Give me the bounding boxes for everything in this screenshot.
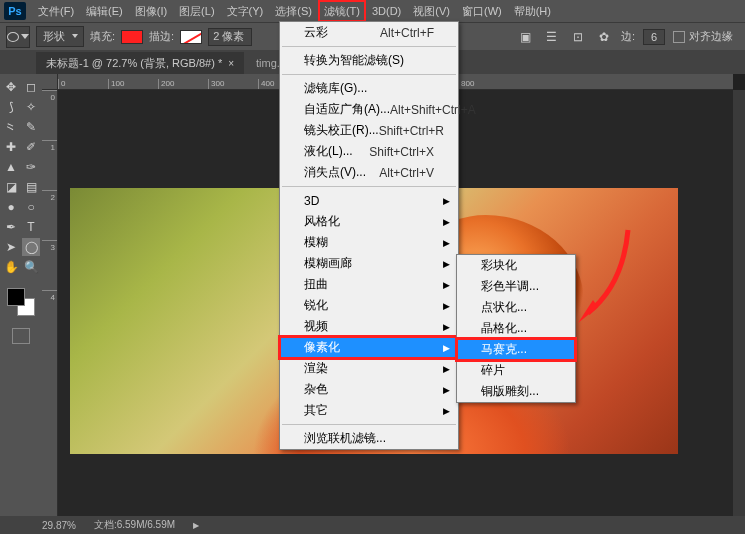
marquee-tool[interactable]: ◻	[22, 78, 40, 96]
ruler-vertical: 01234	[42, 90, 58, 516]
menu-file[interactable]: 文件(F)	[32, 0, 80, 22]
move-tool[interactable]: ✥	[2, 78, 20, 96]
menu-help[interactable]: 帮助(H)	[508, 0, 557, 22]
stroke-label: 描边:	[149, 29, 174, 44]
submenu-mezzotint[interactable]: 铜版雕刻...	[457, 381, 575, 402]
toolbox: ✥◻ ⟆✧ ⺀✎ ✚✐ ▲✑ ◪▤ ●○ ✒T ➤◯ ✋🔍	[0, 74, 42, 516]
heal-tool[interactable]: ✚	[2, 138, 20, 156]
pixelate-submenu: 彩块化 彩色半调... 点状化... 晶格化... 马赛克... 碎片 铜版雕刻…	[456, 254, 576, 403]
menu-item-video[interactable]: 视频▶	[280, 316, 458, 337]
menu-view[interactable]: 视图(V)	[407, 0, 456, 22]
submenu-pointillize[interactable]: 点状化...	[457, 297, 575, 318]
menu-item-gallery[interactable]: 滤镜库(G)...	[280, 78, 458, 99]
gear-icon[interactable]: ✿	[595, 29, 613, 45]
shape-tool[interactable]: ◯	[22, 238, 40, 256]
fill-swatch[interactable]	[121, 30, 143, 44]
menu-item-adaptive[interactable]: 自适应广角(A)...Alt+Shift+Ctrl+A	[280, 99, 458, 120]
menu-item-3d[interactable]: 3D▶	[280, 190, 458, 211]
app-logo: Ps	[4, 2, 26, 20]
stroke-swatch[interactable]	[180, 30, 202, 44]
menu-item-liquify[interactable]: 液化(L)...Shift+Ctrl+X	[280, 141, 458, 162]
brush-tool[interactable]: ✐	[22, 138, 40, 156]
zoom-level[interactable]: 29.87%	[42, 520, 76, 531]
menu-item-noise[interactable]: 杂色▶	[280, 379, 458, 400]
submenu-fragment[interactable]: 碎片	[457, 360, 575, 381]
doc-size: 文档:6.59M/6.59M	[94, 518, 175, 532]
menu-item-blur[interactable]: 模糊▶	[280, 232, 458, 253]
submenu-mosaic[interactable]: 马赛克...	[457, 339, 575, 360]
filter-menu-panel: 云彩Alt+Ctrl+F 转换为智能滤镜(S) 滤镜库(G)... 自适应广角(…	[279, 21, 459, 450]
scrollbar-vertical[interactable]	[733, 90, 745, 516]
path-select-tool[interactable]: ➤	[2, 238, 20, 256]
tab-active[interactable]: 未标题-1 @ 72.7% (背景, RGB/8#) *×	[36, 52, 244, 74]
fill-label: 填充:	[90, 29, 115, 44]
menu-item-browse[interactable]: 浏览联机滤镜...	[280, 428, 458, 449]
ruler-corner	[42, 74, 58, 90]
tool-preset[interactable]	[6, 26, 30, 48]
arrange-icon[interactable]: ⊡	[569, 29, 587, 45]
menu-item-lens[interactable]: 镜头校正(R)...Shift+Ctrl+R	[280, 120, 458, 141]
menu-edit[interactable]: 编辑(E)	[80, 0, 129, 22]
menubar: Ps 文件(F) 编辑(E) 图像(I) 图层(L) 文字(Y) 选择(S) 滤…	[0, 0, 745, 22]
menu-select[interactable]: 选择(S)	[269, 0, 318, 22]
wand-tool[interactable]: ✧	[22, 98, 40, 116]
eraser-tool[interactable]: ◪	[2, 178, 20, 196]
menu-item-blurgallery[interactable]: 模糊画廊▶	[280, 253, 458, 274]
type-tool[interactable]: T	[22, 218, 40, 236]
gradient-tool[interactable]: ▤	[22, 178, 40, 196]
status-menu-icon[interactable]: ▶	[193, 521, 199, 530]
edge-label: 边:	[621, 29, 635, 44]
status-bar: 29.87% 文档:6.59M/6.59M ▶	[0, 516, 745, 534]
pen-tool[interactable]: ✒	[2, 218, 20, 236]
menu-3d[interactable]: 3D(D)	[366, 0, 407, 22]
menu-layer[interactable]: 图层(L)	[173, 0, 220, 22]
close-icon[interactable]: ×	[228, 58, 234, 69]
submenu-facet[interactable]: 彩块化	[457, 255, 575, 276]
edge-value[interactable]: 6	[643, 29, 665, 45]
menu-item-vanish[interactable]: 消失点(V)...Alt+Ctrl+V	[280, 162, 458, 183]
menu-type[interactable]: 文字(Y)	[221, 0, 270, 22]
menu-item-render[interactable]: 渲染▶	[280, 358, 458, 379]
menu-item-recent[interactable]: 云彩Alt+Ctrl+F	[280, 22, 458, 43]
menu-item-stylize[interactable]: 风格化▶	[280, 211, 458, 232]
dodge-tool[interactable]: ○	[22, 198, 40, 216]
menu-item-smart[interactable]: 转换为智能滤镜(S)	[280, 50, 458, 71]
submenu-halftone[interactable]: 彩色半调...	[457, 276, 575, 297]
stamp-tool[interactable]: ▲	[2, 158, 20, 176]
submenu-crystallize[interactable]: 晶格化...	[457, 318, 575, 339]
menu-item-sharpen[interactable]: 锐化▶	[280, 295, 458, 316]
zoom-tool[interactable]: 🔍	[22, 258, 40, 276]
align-icon[interactable]: ☰	[543, 29, 561, 45]
lasso-tool[interactable]: ⟆	[2, 98, 20, 116]
history-brush-tool[interactable]: ✑	[22, 158, 40, 176]
hand-tool[interactable]: ✋	[2, 258, 20, 276]
path-ops-icon[interactable]: ▣	[517, 29, 535, 45]
color-swatches[interactable]	[7, 288, 35, 316]
stroke-width-input[interactable]	[208, 28, 252, 46]
crop-tool[interactable]: ⺀	[2, 118, 20, 136]
eyedropper-tool[interactable]: ✎	[22, 118, 40, 136]
menu-item-pixelate[interactable]: 像素化▶	[280, 337, 458, 358]
blur-tool[interactable]: ●	[2, 198, 20, 216]
menu-image[interactable]: 图像(I)	[129, 0, 173, 22]
align-edges-checkbox[interactable]: 对齐边缘	[673, 29, 733, 44]
menu-item-distort[interactable]: 扭曲▶	[280, 274, 458, 295]
quick-mask-toggle[interactable]	[12, 328, 30, 344]
shape-mode-dropdown[interactable]: 形状	[36, 26, 84, 47]
menu-window[interactable]: 窗口(W)	[456, 0, 508, 22]
menu-filter[interactable]: 滤镜(T)	[318, 0, 366, 22]
menu-item-other[interactable]: 其它▶	[280, 400, 458, 421]
